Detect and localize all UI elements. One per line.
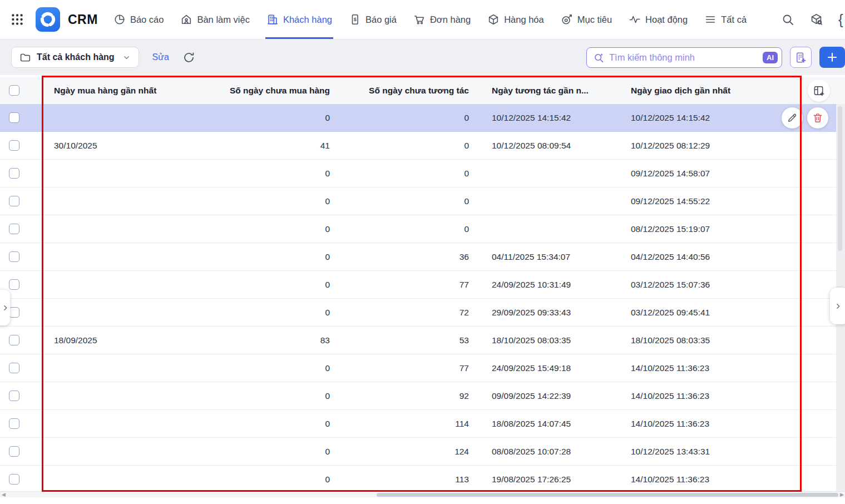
column-header-ngay-mua-hang-gan-nhat[interactable]: Ngày mua hàng gần nhất xyxy=(42,77,209,104)
cell-so-ngay-chua-tuong-tac: 124 xyxy=(331,438,470,465)
crm-logo-icon[interactable] xyxy=(36,7,60,32)
column-header-ngay-giao-dich-gan-nhat[interactable]: Ngày giao dịch gần nhất xyxy=(609,77,836,104)
row-select-cell xyxy=(0,243,42,270)
nav-item-don-hang[interactable]: Đơn hàng xyxy=(413,0,471,39)
cell-ngay-tuong-tac-gan-nhat: 09/09/2025 14:22:39 xyxy=(470,382,609,409)
row-select-cell xyxy=(0,438,42,465)
app-grid-icon[interactable] xyxy=(10,12,24,27)
right-panel-expand-button[interactable] xyxy=(830,288,845,324)
cell-so-ngay-chua-mua-hang: 0 xyxy=(209,466,331,493)
refresh-button[interactable] xyxy=(182,51,195,64)
cell-so-ngay-chua-tuong-tac: 0 xyxy=(331,132,470,159)
smart-search-box: AI xyxy=(586,47,782,68)
row-checkbox[interactable] xyxy=(9,279,19,290)
row-checkbox[interactable] xyxy=(9,168,19,179)
column-header-so-ngay-chua-tuong-tac[interactable]: Số ngày chưa tương tác xyxy=(331,77,470,104)
activity-icon xyxy=(629,13,641,26)
delete-row-button[interactable] xyxy=(807,107,828,129)
main-nav: Báo cáoBàn làm việcKhách hàng$Báo giáĐơn… xyxy=(113,0,747,39)
cell-so-ngay-chua-tuong-tac: 92 xyxy=(331,382,470,409)
select-all-cell xyxy=(0,77,42,104)
target-icon xyxy=(561,13,573,26)
pie-chart-icon xyxy=(113,13,126,26)
search-icon[interactable] xyxy=(781,13,794,26)
cell-ngay-giao-dich-gan-nhat: 10/12/2025 08:12:29 xyxy=(609,132,836,159)
table-row[interactable]: 18/09/2025835318/10/2025 08:03:3518/10/2… xyxy=(0,327,836,354)
column-header-ngay-tuong-tac-gan-nhat[interactable]: Ngày tương tác gần n... xyxy=(470,77,609,104)
row-checkbox[interactable] xyxy=(9,196,19,206)
nav-item-label: Mục tiêu xyxy=(577,14,612,25)
table-row[interactable]: 0010/12/2025 14:15:4210/12/2025 14:15:42 xyxy=(0,104,836,132)
nav-item-hang-hoa[interactable]: Hàng hóa xyxy=(487,0,544,39)
table-row[interactable]: 011418/08/2025 14:07:4514/10/2025 11:36:… xyxy=(0,410,836,438)
row-checkbox[interactable] xyxy=(9,418,19,429)
select-all-checkbox[interactable] xyxy=(9,85,19,96)
cell-so-ngay-chua-mua-hang: 0 xyxy=(209,299,331,326)
cell-so-ngay-chua-tuong-tac: 72 xyxy=(331,299,470,326)
row-checkbox[interactable] xyxy=(9,140,19,151)
nav-item-muc-tieu[interactable]: Mục tiêu xyxy=(561,0,612,39)
smart-search-input[interactable] xyxy=(609,52,758,63)
support-icon[interactable]: { xyxy=(838,11,845,28)
add-customer-quick-button[interactable] xyxy=(790,47,812,68)
cell-so-ngay-chua-tuong-tac: 114 xyxy=(331,410,470,437)
row-checkbox[interactable] xyxy=(9,112,19,123)
table-row[interactable]: 07724/09/2025 15:49:1814/10/2025 11:36:2… xyxy=(0,354,836,382)
cell-so-ngay-chua-tuong-tac: 53 xyxy=(331,327,470,354)
ai-badge: AI xyxy=(763,52,778,63)
row-checkbox[interactable] xyxy=(9,224,19,234)
cell-ngay-giao-dich-gan-nhat: 03/12/2025 15:07:36 xyxy=(609,271,836,298)
cell-ngay-tuong-tac-gan-nhat xyxy=(470,160,609,187)
add-column-button[interactable] xyxy=(808,80,830,102)
row-checkbox[interactable] xyxy=(9,335,19,345)
view-selector-button[interactable]: Tất cả khách hàng xyxy=(11,47,139,68)
row-checkbox[interactable] xyxy=(9,391,19,401)
top-nav: CRM Báo cáoBàn làm việcKhách hàng$Báo gi… xyxy=(0,0,845,39)
edit-row-button[interactable] xyxy=(782,107,803,129)
nav-item-bao-cao[interactable]: Báo cáo xyxy=(113,0,164,39)
table-row[interactable]: 09209/09/2025 14:22:3914/10/2025 11:36:2… xyxy=(0,382,836,410)
horizontal-scrollbar[interactable]: ◀ ▶ xyxy=(0,491,845,497)
vertical-scrollbar[interactable] xyxy=(838,106,842,251)
view-selector-label: Tất cả khách hàng xyxy=(37,52,115,62)
nav-item-hoat-dong[interactable]: Hoạt động xyxy=(629,0,688,39)
horizontal-scrollbar-thumb[interactable] xyxy=(377,493,838,497)
customer-table-area: Ngày mua hàng gần nhấtSố ngày chưa mua h… xyxy=(0,75,845,503)
scroll-right-arrow[interactable]: ▶ xyxy=(840,492,844,498)
row-checkbox[interactable] xyxy=(9,474,19,485)
table-row[interactable]: 0009/12/2025 14:55:22 xyxy=(0,187,836,215)
table-row[interactable]: 011319/08/2025 17:26:2514/10/2025 11:36:… xyxy=(0,466,836,493)
row-checkbox[interactable] xyxy=(9,307,19,318)
left-panel-expand-button[interactable] xyxy=(0,290,10,325)
add-record-button[interactable] xyxy=(819,47,845,68)
row-select-cell xyxy=(0,410,42,437)
table-row[interactable]: 0009/12/2025 14:58:07 xyxy=(0,160,836,187)
cell-so-ngay-chua-mua-hang: 0 xyxy=(209,354,331,382)
nav-item-label: Hàng hóa xyxy=(504,14,544,25)
svg-text:$: $ xyxy=(354,17,357,22)
cell-so-ngay-chua-tuong-tac: 77 xyxy=(331,271,470,298)
nav-item-ban-lam-viec[interactable]: Bàn làm việc xyxy=(180,0,249,39)
scroll-left-arrow[interactable]: ◀ xyxy=(2,492,6,498)
row-checkbox[interactable] xyxy=(9,446,19,457)
row-select-cell xyxy=(0,104,42,131)
edit-view-link[interactable]: Sửa xyxy=(152,52,169,62)
cell-so-ngay-chua-tuong-tac: 0 xyxy=(331,187,470,215)
table-row[interactable]: 07724/09/2025 10:31:4903/12/2025 15:07:3… xyxy=(0,271,836,299)
nav-item-bao-gia[interactable]: $Báo giá xyxy=(349,0,397,39)
cell-ngay-giao-dich-gan-nhat: 08/12/2025 15:19:07 xyxy=(609,215,836,243)
column-header-so-ngay-chua-mua-hang[interactable]: Số ngày chưa mua hàng xyxy=(209,77,331,104)
row-select-cell xyxy=(0,382,42,409)
table-row[interactable]: 012408/08/2025 10:07:2810/12/2025 13:43:… xyxy=(0,438,836,466)
table-row[interactable]: 0008/12/2025 15:19:07 xyxy=(0,215,836,243)
cell-ngay-mua-hang-gan-nhat: 18/09/2025 xyxy=(42,327,209,354)
table-row[interactable]: 03604/11/2025 15:34:0704/12/2025 14:40:5… xyxy=(0,243,836,271)
table-row[interactable]: 07229/09/2025 09:33:4303/12/2025 09:45:4… xyxy=(0,299,836,327)
row-checkbox[interactable] xyxy=(9,363,19,373)
nav-item-tat-ca[interactable]: Tất cả xyxy=(704,0,747,39)
product-search-icon[interactable] xyxy=(809,13,823,27)
nav-item-khach-hang[interactable]: Khách hàng xyxy=(266,0,332,39)
row-checkbox[interactable] xyxy=(9,251,19,262)
table-row[interactable]: 30/10/202541010/12/2025 08:09:5410/12/20… xyxy=(0,132,836,160)
cell-ngay-tuong-tac-gan-nhat: 10/12/2025 08:09:54 xyxy=(470,132,609,159)
